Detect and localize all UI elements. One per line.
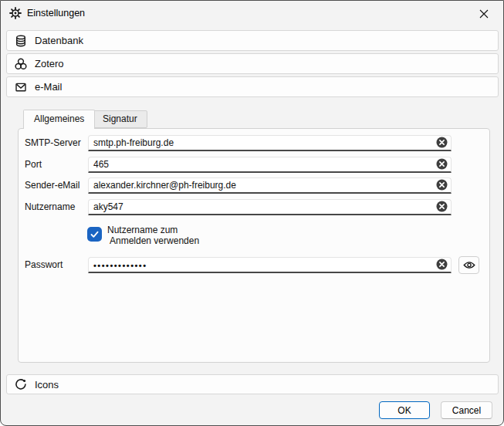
gear-icon [9, 7, 22, 19]
section-email[interactable]: e-Mail [6, 76, 499, 97]
clear-sender-button[interactable] [436, 179, 448, 191]
eye-icon [463, 261, 475, 269]
zotero-knot-icon [15, 58, 27, 70]
username-label: Nutzername [25, 199, 86, 215]
section-zotero[interactable]: Zotero [6, 53, 499, 74]
port-value: 465 [93, 158, 432, 171]
envelope-icon [15, 81, 27, 93]
ok-button[interactable]: OK [379, 401, 430, 419]
section-icons-label: Icons [35, 379, 59, 390]
smtp-server-input[interactable]: smtp.ph-freiburg.de [88, 135, 452, 151]
username-input[interactable]: aky547 [88, 199, 452, 215]
close-icon [479, 9, 489, 19]
section-datenbank-label: Datenbank [35, 35, 83, 46]
tab-signatur[interactable]: Signatur [93, 110, 147, 128]
checkmark-icon [90, 229, 100, 239]
title-bar: Einstellungen [1, 1, 503, 26]
database-icon [15, 35, 27, 47]
use-username-checkbox[interactable] [87, 227, 102, 242]
tab-signatur-label: Signatur [103, 113, 137, 124]
smtp-server-value: smtp.ph-freiburg.de [93, 137, 432, 150]
show-password-button[interactable] [458, 256, 479, 274]
section-email-label: e-Mail [35, 81, 62, 93]
port-input[interactable]: 465 [88, 157, 452, 173]
clear-username-button[interactable] [436, 201, 448, 212]
smtp-server-label: SMTP-Server [25, 135, 86, 151]
close-button[interactable] [472, 4, 496, 23]
password-label: Passwort [25, 257, 86, 273]
tab-allgemeines-label: Allgemeines [34, 113, 84, 124]
port-label: Port [25, 157, 86, 173]
section-zotero-label: Zotero [35, 58, 64, 69]
sender-email-value: alexander.kirchner@ph-freiburg.de [93, 179, 432, 192]
clear-icon [436, 179, 448, 191]
use-username-checkbox-label[interactable]: Nutzername zum Anmelden verwenden [107, 225, 238, 246]
tab-allgemeines[interactable]: Allgemeines [23, 110, 95, 129]
cancel-button[interactable]: Cancel [441, 401, 492, 419]
clear-password-button[interactable] [436, 259, 448, 270]
checkbox-label-line2: Anmelden verwenden [107, 235, 238, 246]
checkbox-label-line1: Nutzername zum [107, 225, 238, 235]
clear-icon [436, 201, 448, 212]
username-value: aky547 [93, 201, 432, 214]
settings-dialog: Einstellungen Datenbank [0, 0, 504, 426]
refresh-icon [15, 378, 27, 390]
section-icons[interactable]: Icons [6, 374, 499, 394]
clear-icon [436, 158, 448, 170]
sender-email-label: Sender-eMail [25, 178, 86, 194]
window-title: Einstellungen [27, 1, 85, 25]
email-settings-pane: SMTP-Server smtp.ph-freiburg.de Port 465… [18, 128, 490, 363]
clear-port-button[interactable] [436, 158, 448, 170]
password-input[interactable]: ••••••••••••• [88, 257, 452, 273]
sender-email-input[interactable]: alexander.kirchner@ph-freiburg.de [88, 178, 452, 194]
clear-icon [436, 137, 448, 148]
section-datenbank[interactable]: Datenbank [6, 30, 499, 51]
clear-smtp-button[interactable] [436, 137, 448, 148]
password-masked-value: ••••••••••••• [93, 259, 432, 272]
clear-icon [436, 259, 448, 270]
